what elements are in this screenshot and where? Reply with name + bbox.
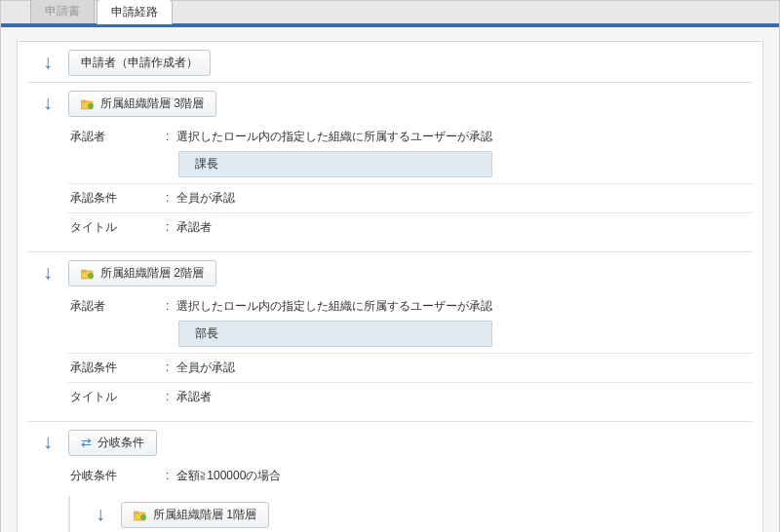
arrow-down-icon: ↓: [43, 52, 53, 71]
step-level2: ↓ 所属組織階層 2階層: [27, 260, 753, 286]
label-branch-condition: 分岐条件: [68, 468, 166, 484]
label-approver: 承認者: [68, 298, 166, 315]
role-chip-bucho[interactable]: 部長: [178, 321, 492, 347]
condition-value: 全員が承認: [176, 190, 235, 207]
title-value: 承認者: [176, 219, 212, 236]
svg-point-2: [89, 103, 94, 108]
route-content: ↓ 申請者（申請作成者） ↓ 所属組織階層 3階層 承認: [17, 41, 763, 532]
label-approver: 承認者: [68, 129, 166, 145]
org-level1-badge[interactable]: 所属組織階層 1階層: [121, 502, 269, 528]
label-condition: 承認条件: [68, 190, 166, 207]
step-applicant: ↓ 申請者（申請作成者）: [27, 50, 753, 76]
org-icon: [81, 98, 95, 110]
approver-desc: 選択したロール内の指定した組織に所属するユーザーが承認: [176, 298, 492, 315]
applicant-label: 申請者（申請作成者）: [81, 55, 198, 71]
svg-rect-4: [81, 270, 86, 272]
arrow-down-icon: ↓: [96, 504, 105, 523]
row-condition: 承認条件 :全員が承認: [68, 184, 753, 213]
role-chip-kacho[interactable]: 課長: [178, 151, 492, 177]
tabs-bar: 申請書 申請経路: [1, 1, 779, 27]
title-value: 承認者: [176, 389, 212, 405]
step-level3: ↓ 所属組織階層 3階層: [27, 91, 753, 117]
condition-value: 全員が承認: [176, 360, 235, 376]
branch-label: 分岐条件: [98, 435, 144, 451]
org-icon: [81, 268, 95, 280]
row-branch-condition: 分岐条件 :金額≧100000の場合: [68, 462, 753, 490]
label-title: タイトル: [68, 219, 166, 236]
label-condition: 承認条件: [68, 360, 166, 376]
org-level1-label: 所属組織階層 1階層: [153, 507, 256, 523]
branch-condition-value: 金額≧100000の場合: [176, 468, 281, 484]
org-icon: [134, 510, 147, 521]
arrow-down-icon: ↓: [43, 262, 53, 282]
branch-icon: ⇄: [81, 437, 92, 449]
step-branch: ↓ ⇄ 分岐条件: [27, 430, 753, 456]
tab-application-form[interactable]: 申請書: [30, 0, 95, 23]
row-title: タイトル :承認者: [68, 213, 753, 242]
org-level3-badge[interactable]: 所属組織階層 3階層: [68, 91, 216, 117]
branch-badge[interactable]: ⇄ 分岐条件: [68, 430, 157, 456]
svg-point-8: [141, 514, 146, 519]
branch-inner: ↓ 所属組織階層 1階層 承認者 :: [68, 496, 753, 532]
svg-rect-7: [134, 512, 138, 513]
svg-point-5: [89, 273, 94, 278]
row-approver: 承認者 : 選択したロール内の指定した組織に所属するユーザーが承認 課長: [68, 123, 753, 184]
arrow-down-icon: ↓: [43, 93, 53, 112]
row-condition: 承認条件 :全員が承認: [68, 354, 753, 383]
org-level2-badge[interactable]: 所属組織階層 2階層: [68, 260, 216, 286]
applicant-badge[interactable]: 申請者（申請作成者）: [68, 50, 211, 76]
row-approver: 承認者 : 選択したロール内の指定した組織に所属するユーザーが承認 部長: [68, 292, 753, 354]
approver-desc: 選択したロール内の指定した組織に所属するユーザーが承認: [176, 129, 492, 145]
step-level1: ↓ 所属組織階層 1階層: [80, 502, 753, 528]
tab-approval-route[interactable]: 申請経路: [97, 0, 173, 24]
row-title: タイトル :承認者: [68, 383, 753, 411]
svg-rect-1: [81, 100, 86, 102]
arrow-down-icon: ↓: [43, 432, 53, 451]
org-level2-label: 所属組織階層 2階層: [100, 265, 204, 282]
org-level3-label: 所属組織階層 3階層: [100, 95, 204, 112]
label-title: タイトル: [68, 389, 166, 405]
